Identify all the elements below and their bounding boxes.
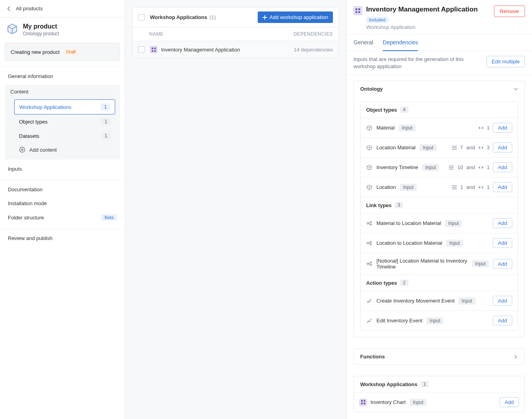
tab-general[interactable]: General	[353, 34, 373, 51]
nav-content[interactable]: Content	[5, 85, 120, 99]
select-all-checkbox[interactable]	[138, 14, 144, 21]
sidebar-item-label: Workshop Applications	[19, 104, 71, 110]
props-count: 10	[457, 164, 463, 170]
svg-rect-8	[358, 11, 360, 13]
nav-inputs[interactable]: Inputs	[2, 162, 122, 176]
add-button[interactable]: Add	[493, 182, 512, 192]
panel-subtitle: Workshop Application	[366, 24, 490, 30]
add-button[interactable]: Add	[493, 316, 512, 326]
row-checkbox[interactable]	[138, 46, 144, 53]
workshop-app-icon	[150, 46, 157, 53]
add-button[interactable]: Add	[493, 218, 512, 228]
add-button[interactable]: Add	[500, 397, 519, 407]
col-name: NAME	[138, 31, 294, 37]
add-content-label: Add content	[29, 147, 57, 153]
link-icon	[366, 220, 372, 227]
nav-folder-structure[interactable]: Folder structure Beta	[2, 210, 122, 225]
sidebar-item-workshop-applications[interactable]: Workshop Applications 1	[14, 99, 115, 114]
properties-icon	[452, 185, 457, 190]
svg-rect-18	[361, 400, 363, 402]
link-types-header: Link types 3	[361, 197, 518, 213]
props-count: 1	[460, 184, 463, 190]
creating-card: Creating new product Draft	[5, 43, 120, 61]
dep-name: Location	[376, 184, 396, 190]
add-button[interactable]: Add	[493, 259, 512, 269]
count-badge: 1	[101, 132, 110, 139]
sidebar: All products My product Ontology product…	[0, 0, 125, 419]
sidebar-item-object-types[interactable]: Object types 1	[14, 114, 115, 129]
table-header: NAME DEPENDENCIES	[133, 27, 338, 41]
add-content-button[interactable]: Add content	[14, 143, 115, 156]
back-all-products[interactable]: All products	[0, 0, 125, 17]
sidebar-nav-3: Review and publish	[0, 229, 125, 249]
tabs: General Dependencies	[346, 34, 532, 51]
subsection-title: Action types	[366, 280, 397, 286]
sidebar-item-datasets[interactable]: Datasets 1	[14, 129, 115, 143]
svg-rect-20	[361, 403, 363, 404]
svg-rect-3	[152, 50, 153, 51]
svg-rect-21	[363, 403, 365, 404]
nav-installation-mode[interactable]: Installation mode	[2, 196, 122, 210]
svg-point-14	[370, 244, 372, 245]
workshop-apps-card: Workshop Applications (1) Add workshop a…	[132, 7, 339, 58]
back-label: All products	[16, 6, 43, 11]
svg-point-15	[367, 263, 369, 265]
count-badge: 3	[395, 202, 403, 208]
edit-multiple-button[interactable]: Edit multiple	[486, 56, 525, 67]
dep-name: Material	[376, 125, 395, 131]
nav-label: Inputs	[8, 166, 22, 172]
remove-button[interactable]: Remove	[494, 6, 525, 17]
product-block: My product Ontology product	[0, 17, 125, 40]
ontology-body: Object types 4 Material Input 1 Add	[360, 101, 518, 331]
dep-row-material: Material Input 1 Add	[361, 118, 518, 137]
add-button[interactable]: Add	[493, 162, 512, 172]
functions-section: Functions	[353, 349, 525, 365]
links-icon	[478, 145, 484, 150]
tab-dependencies[interactable]: Dependencies	[383, 34, 418, 51]
input-badge: Input	[472, 260, 489, 267]
dep-name: Location Material	[376, 145, 416, 150]
add-button[interactable]: Add	[493, 296, 512, 306]
dep-row-location: Location Input 1 and 1 Add	[361, 177, 518, 197]
nav-review-publish[interactable]: Review and publish	[2, 231, 122, 245]
count-badge: 1	[101, 118, 110, 125]
svg-point-17	[370, 265, 372, 266]
dep-row-location-material: Location Material Input 7 and 3 Add	[361, 137, 518, 157]
links-icon	[478, 165, 484, 170]
panel-header: Inventory Management Application Include…	[346, 0, 532, 34]
list-count: (1)	[209, 14, 216, 20]
add-workshop-app-button[interactable]: Add workshop application	[258, 11, 333, 23]
deps-description-row: Inputs that are required for the generat…	[346, 51, 532, 75]
props-count: 7	[460, 145, 463, 150]
properties-icon	[448, 165, 454, 170]
nav-documentation[interactable]: Documentation	[2, 183, 122, 196]
workshop-apps-header: Workshop Applications 1	[354, 376, 524, 392]
cube-small-icon	[366, 125, 372, 131]
link-icon	[366, 240, 372, 246]
cube-small-icon	[366, 184, 372, 190]
dep-row-link-2: Location to Location Material Input Add	[361, 233, 518, 253]
nav-label: Folder structure	[8, 215, 44, 221]
ontology-toggle[interactable]: Ontology	[354, 81, 524, 97]
creating-label: Creating new product	[11, 49, 60, 55]
nav-general-information[interactable]: General information	[2, 69, 122, 83]
row-name: Inventory Management Application	[161, 47, 294, 53]
links-count: 1	[487, 125, 490, 131]
add-button[interactable]: Add	[493, 238, 512, 248]
main-content: Workshop Applications (1) Add workshop a…	[125, 0, 346, 419]
and-text: and	[466, 145, 475, 150]
table-row[interactable]: Inventory Management Application 14 depe…	[133, 41, 338, 58]
sidebar-nav: General information Content Workshop App…	[0, 67, 125, 180]
deps-description: Inputs that are required for the generat…	[353, 56, 483, 70]
list-title: Workshop Applications	[150, 14, 207, 20]
functions-toggle[interactable]: Functions	[354, 349, 524, 364]
add-button[interactable]: Add	[493, 143, 512, 152]
add-button[interactable]: Add	[493, 123, 512, 133]
count-badge: 4	[400, 107, 408, 113]
links-icon	[478, 185, 484, 190]
and-text: and	[466, 164, 475, 170]
dep-row-link-1: Material to Location Material Input Add	[361, 213, 518, 233]
product-name: My product	[23, 23, 59, 30]
input-badge: Input	[446, 240, 463, 247]
nav-label: Installation mode	[8, 200, 47, 206]
